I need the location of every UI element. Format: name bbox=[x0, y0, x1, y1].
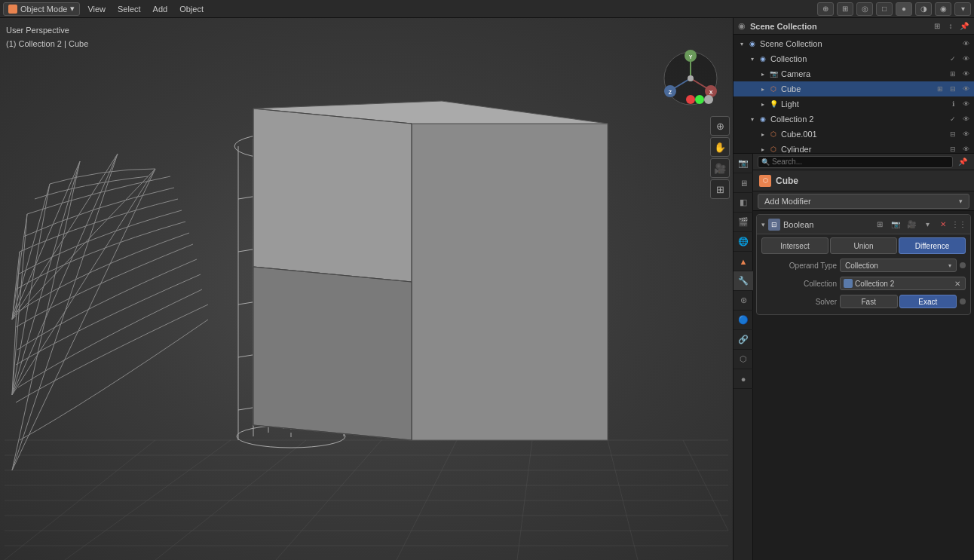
cylinder-icon: ⬡ bbox=[768, 144, 779, 154]
boolean-modifier-card: ▾ ⊟ Boolean ⊞ 📷 🎥 ▾ bbox=[756, 214, 971, 315]
prop-tab-output[interactable]: 🖥 bbox=[734, 173, 753, 193]
object-name-bar: ⬡ Cube bbox=[753, 170, 974, 191]
modifier-delete-btn[interactable]: ✕ bbox=[936, 218, 950, 231]
tool-grid[interactable]: ⊞ bbox=[710, 179, 730, 199]
menu-object[interactable]: Object bbox=[175, 2, 208, 16]
prop-tab-scene[interactable]: 🎬 bbox=[734, 213, 753, 232]
menu-select[interactable]: Select bbox=[113, 2, 145, 16]
modifier-dropdown-arrow[interactable]: ▾ bbox=[920, 218, 934, 231]
cube-filter2[interactable]: ⊟ bbox=[948, 84, 958, 94]
svg-text:Y: Y bbox=[689, 54, 693, 60]
search-icon: 🔍 bbox=[761, 158, 770, 166]
modifier-header: ▾ ⊟ Boolean ⊞ 📷 🎥 ▾ bbox=[757, 215, 970, 234]
collection-field[interactable]: Collection 2 ✕ bbox=[840, 277, 966, 290]
prop-tab-physics[interactable]: 🔵 bbox=[734, 311, 753, 330]
tree-camera[interactable]: ▸ 📷 Camera ⊞ 👁 bbox=[734, 66, 974, 81]
svg-line-8 bbox=[5, 440, 155, 560]
prop-tab-data[interactable]: ⬡ bbox=[734, 350, 753, 369]
fast-solver-btn[interactable]: Fast bbox=[840, 295, 898, 308]
cube001-vis[interactable]: 👁 bbox=[960, 129, 971, 139]
cylinder-filter[interactable]: ⊟ bbox=[948, 144, 958, 154]
prop-tab-material[interactable]: ● bbox=[734, 369, 753, 389]
cube001-label: Cube.001 bbox=[781, 130, 948, 139]
viewport-3d[interactable]: User Perspective (1) Collection 2 | Cube… bbox=[0, 18, 733, 560]
snap-icon[interactable]: ⊞ bbox=[837, 2, 853, 16]
nav-gizmo[interactable]: Y X Z bbox=[660, 48, 721, 109]
modifier-realtime-icon[interactable]: ⊞ bbox=[873, 218, 887, 231]
collection-vis[interactable]: 👁 bbox=[960, 54, 971, 64]
cube-filter1[interactable]: ⊞ bbox=[935, 84, 945, 94]
prop-tab-object[interactable]: ▲ bbox=[734, 252, 753, 271]
object-name-text: Cube bbox=[776, 176, 798, 186]
collection-clear-btn[interactable]: ✕ bbox=[953, 279, 962, 288]
outliner-title: Scene Collection bbox=[750, 22, 817, 31]
tool-cursor[interactable]: ⊕ bbox=[710, 116, 730, 136]
cube001-filter[interactable]: ⊟ bbox=[948, 129, 958, 139]
prop-tab-particles[interactable]: ⊛ bbox=[734, 291, 753, 311]
operand-type-dot[interactable] bbox=[960, 262, 966, 268]
modifier-camera-icon[interactable]: 🎥 bbox=[905, 218, 918, 231]
light-info[interactable]: ℹ bbox=[948, 99, 958, 109]
outliner-filter[interactable]: ⊞ bbox=[932, 21, 942, 32]
cylinder-vis[interactable]: 👁 bbox=[960, 144, 971, 154]
menu-view[interactable]: View bbox=[83, 2, 110, 16]
operand-type-dropdown[interactable]: Collection ▾ bbox=[840, 259, 957, 272]
shading-render[interactable]: ◉ bbox=[935, 2, 951, 16]
cube-vis[interactable]: 👁 bbox=[960, 84, 971, 94]
tree-scene-collection[interactable]: ▾ ◉ Scene Collection 👁 bbox=[734, 36, 974, 51]
light-vis[interactable]: 👁 bbox=[960, 99, 971, 109]
camera-icon: 📷 bbox=[768, 69, 779, 79]
collection2-vis[interactable]: 👁 bbox=[960, 114, 971, 124]
camera-filter[interactable]: ⊞ bbox=[948, 69, 958, 79]
collection2-check[interactable]: ✓ bbox=[948, 114, 958, 124]
tree-light[interactable]: ▸ 💡 Light ℹ 👁 bbox=[734, 96, 974, 112]
exact-solver-btn[interactable]: Exact bbox=[899, 295, 957, 308]
camera-vis[interactable]: 👁 bbox=[960, 69, 971, 79]
tree-collection2[interactable]: ▾ ◉ Collection 2 ✓ 👁 bbox=[734, 112, 974, 127]
add-modifier-button[interactable]: Add Modifier ▾ bbox=[758, 194, 969, 209]
solver-dot[interactable] bbox=[960, 298, 966, 304]
prop-tab-world[interactable]: 🌐 bbox=[734, 232, 753, 252]
prop-pin[interactable]: 📌 bbox=[956, 155, 969, 169]
visibility-icon[interactable]: 👁 bbox=[960, 38, 971, 49]
more-options[interactable]: ▾ bbox=[954, 2, 971, 16]
light-actions: ℹ 👁 bbox=[948, 99, 971, 109]
tree-collection[interactable]: ▾ ◉ Collection ✓ 👁 bbox=[734, 51, 974, 66]
menu-add[interactable]: Add bbox=[149, 2, 173, 16]
shading-solid[interactable]: ● bbox=[896, 2, 912, 16]
intersect-button[interactable]: Intersect bbox=[761, 237, 829, 254]
outliner-pin[interactable]: 📌 bbox=[959, 21, 969, 32]
shading-material[interactable]: ◑ bbox=[915, 2, 932, 16]
outliner-icon: ◉ bbox=[738, 21, 746, 31]
prop-tab-modifier[interactable]: 🔧 bbox=[734, 271, 753, 291]
mode-selector[interactable]: Object Mode ▾ bbox=[3, 2, 80, 16]
modifier-header-icons: ⊞ 📷 🎥 ▾ ✕ ⋮⋮ bbox=[873, 218, 966, 231]
prop-tab-constraints[interactable]: 🔗 bbox=[734, 330, 753, 350]
tool-camera[interactable]: 🎥 bbox=[710, 158, 730, 178]
collection-field-icon bbox=[844, 279, 853, 288]
svg-line-12 bbox=[397, 440, 457, 560]
gizmo-icon[interactable]: ⊕ bbox=[817, 2, 834, 16]
modifier-render-icon[interactable]: 📷 bbox=[889, 218, 902, 231]
prop-tab-render[interactable]: 📷 bbox=[734, 154, 753, 173]
search-box[interactable]: 🔍 bbox=[758, 156, 953, 168]
viewport-toolbar: ⊕ ✋ 🎥 ⊞ bbox=[710, 116, 730, 199]
tree-cube[interactable]: ▸ ⬡ Cube ⊞ ⊟ 👁 bbox=[734, 81, 974, 96]
overlay-icon[interactable]: ◎ bbox=[856, 2, 873, 16]
modifier-drag-handle[interactable]: ⋮⋮ bbox=[952, 218, 966, 231]
tool-move[interactable]: ✋ bbox=[710, 137, 730, 157]
modifier-expand-arrow[interactable]: ▾ bbox=[761, 221, 765, 228]
tree-cylinder[interactable]: ▸ ⬡ Cylinder ⊟ 👁 bbox=[734, 142, 974, 154]
collection-check[interactable]: ✓ bbox=[948, 54, 958, 64]
shading-wire[interactable]: □ bbox=[876, 2, 893, 16]
cylinder-label: Cylinder bbox=[781, 145, 948, 154]
search-input[interactable] bbox=[772, 158, 949, 166]
svg-line-11 bbox=[276, 440, 381, 560]
prop-tab-view[interactable]: ◧ bbox=[734, 193, 753, 213]
svg-marker-29 bbox=[253, 109, 412, 282]
outliner-sync[interactable]: ↕ bbox=[945, 21, 956, 32]
difference-button[interactable]: Difference bbox=[899, 237, 966, 254]
tree-cube001[interactable]: ▸ ⬡ Cube.001 ⊟ 👁 bbox=[734, 127, 974, 142]
union-button[interactable]: Union bbox=[830, 237, 897, 254]
collection2-arrow: ▾ bbox=[747, 114, 758, 124]
